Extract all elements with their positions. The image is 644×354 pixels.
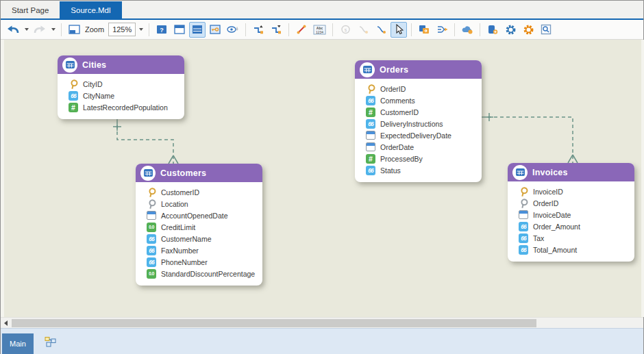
table-compact-view-button[interactable] bbox=[171, 22, 188, 38]
zoom-value-field[interactable]: 125% bbox=[108, 23, 136, 36]
attribute-name: Location bbox=[161, 200, 188, 208]
text-icon bbox=[147, 246, 156, 255]
decimal-icon bbox=[147, 269, 156, 279]
table-compact-icon bbox=[174, 25, 185, 34]
attribute-row[interactable]: OrderID bbox=[366, 83, 479, 94]
attribute-row[interactable]: CustomerName bbox=[147, 233, 260, 244]
entity-card-invoices[interactable]: InvoicesInvoiceIDOrderIDInvoiceDateOrder… bbox=[508, 163, 634, 262]
text-icon bbox=[147, 257, 156, 267]
undo-dropdown[interactable] bbox=[23, 22, 30, 38]
number-icon bbox=[366, 108, 375, 117]
scrollbar-thumb[interactable] bbox=[12, 319, 536, 327]
redo-button[interactable] bbox=[32, 22, 48, 38]
attribute-row[interactable]: Total_Amount bbox=[519, 244, 632, 255]
attribute-row[interactable]: Tax bbox=[519, 232, 632, 244]
attribute-row[interactable]: LatestRecordedPopulation bbox=[69, 101, 182, 113]
svg-text:s: s bbox=[345, 27, 347, 32]
horizontal-scrollbar[interactable] bbox=[1, 317, 643, 328]
attribute-row[interactable]: CityName bbox=[69, 90, 182, 101]
table-details-view-button[interactable]: ? bbox=[153, 22, 170, 38]
attribute-row[interactable]: AccountOpenedDate bbox=[147, 210, 260, 221]
attribute-row[interactable]: ExpectedDeliveryDate bbox=[366, 129, 479, 141]
delete-route-button[interactable] bbox=[293, 22, 310, 38]
attribute-row[interactable]: Status bbox=[366, 164, 479, 176]
cursor-icon bbox=[394, 24, 404, 35]
gear-blue-icon bbox=[505, 24, 517, 36]
entity-card-customers[interactable]: CustomersCustomerIDLocationAccountOpened… bbox=[136, 164, 262, 286]
entity-header[interactable]: Customers bbox=[136, 164, 262, 182]
chevron-down-icon bbox=[139, 28, 143, 31]
attribute-row[interactable]: FaxNumber bbox=[147, 244, 260, 256]
show-keys-button[interactable] bbox=[225, 22, 241, 38]
attribute-row[interactable]: Order_Amount bbox=[519, 220, 632, 232]
undo-button[interactable] bbox=[5, 22, 21, 38]
attribute-row[interactable]: InvoiceID bbox=[519, 186, 632, 197]
attribute-name: ExpectedDeliveryDate bbox=[380, 131, 451, 140]
preview-button[interactable] bbox=[538, 22, 554, 38]
attribute-row[interactable]: ProcessedBy bbox=[366, 153, 479, 164]
tab-start-page[interactable]: Start Page bbox=[1, 1, 60, 18]
attribute-name: CustomerID bbox=[380, 108, 419, 116]
attribute-name: PhoneNumber bbox=[161, 258, 208, 266]
attribute-row[interactable]: CustomerID bbox=[366, 106, 479, 118]
attribute-row[interactable]: PhoneNumber bbox=[147, 256, 260, 268]
relation-elbow-button[interactable] bbox=[373, 22, 389, 38]
tab-source-mdl[interactable]: Source.Mdl bbox=[60, 1, 121, 18]
tab-main-diagram[interactable]: Main bbox=[2, 333, 34, 354]
route-up-button[interactable] bbox=[250, 22, 267, 38]
attribute-row[interactable]: DeliveryInstructions bbox=[366, 118, 479, 129]
pointer-tool-button[interactable] bbox=[391, 22, 407, 38]
cloud-sync-button[interactable] bbox=[459, 22, 475, 38]
add-database-button[interactable] bbox=[484, 22, 501, 38]
attribute-name: Comments bbox=[380, 97, 415, 105]
entity-card-orders[interactable]: OrdersOrderIDCommentsCustomerIDDeliveryI… bbox=[355, 60, 482, 182]
scroll-left-button[interactable] bbox=[1, 318, 11, 328]
attribute-row[interactable]: OrderID bbox=[519, 197, 632, 209]
table-full-view-button[interactable] bbox=[189, 22, 206, 38]
attribute-row[interactable]: OrderDate bbox=[366, 141, 479, 153]
overview-button[interactable] bbox=[66, 22, 82, 38]
attribute-row[interactable]: StandardDiscountPercentage bbox=[147, 268, 260, 279]
entity-title: Customers bbox=[160, 168, 206, 178]
text-icon bbox=[519, 222, 528, 231]
relation-curved-button[interactable] bbox=[355, 22, 371, 38]
text-icon bbox=[147, 234, 156, 244]
separator bbox=[332, 23, 333, 36]
show-datatypes-button[interactable]: Abc1234 bbox=[311, 22, 328, 38]
number-icon bbox=[69, 103, 78, 112]
attribute-row[interactable]: CityID bbox=[69, 78, 182, 90]
new-diagram-button[interactable] bbox=[43, 335, 58, 349]
key-gray-icon bbox=[518, 197, 530, 209]
attribute-row[interactable]: Comments bbox=[366, 94, 479, 106]
generate-button[interactable] bbox=[520, 22, 536, 38]
entity-attributes: CityIDCityNameLatestRecordedPopulation bbox=[58, 74, 184, 119]
attribute-row[interactable]: CustomerID bbox=[147, 186, 260, 198]
attribute-row[interactable]: Location bbox=[147, 198, 260, 210]
auto-layout-button[interactable] bbox=[434, 22, 450, 38]
delete-route-icon bbox=[296, 25, 307, 34]
toolbar: Zoom 125% ? Abc1234 bbox=[1, 20, 643, 40]
route-down-button[interactable] bbox=[268, 22, 284, 38]
entity-card-cities[interactable]: CitiesCityIDCityNameLatestRecordedPopula… bbox=[58, 55, 184, 119]
table-keys-view-button[interactable] bbox=[207, 22, 223, 38]
diagram-canvas[interactable]: CitiesCityIDCityNameLatestRecordedPopula… bbox=[1, 40, 644, 317]
entity-header[interactable]: Cities bbox=[58, 55, 184, 74]
relationship-line-Cities-Customers[interactable] bbox=[117, 119, 173, 164]
attribute-name: Total_Amount bbox=[533, 246, 577, 254]
attribute-row[interactable]: CreditLimit bbox=[147, 221, 260, 233]
attribute-row[interactable]: InvoiceDate bbox=[519, 209, 632, 220]
auto-layout-icon bbox=[436, 25, 448, 34]
text-icon bbox=[69, 91, 78, 101]
entity-header[interactable]: Invoices bbox=[508, 163, 634, 181]
copy-model-button[interactable] bbox=[416, 22, 432, 38]
self-relation-button[interactable]: s bbox=[337, 22, 354, 38]
zoom-dropdown[interactable] bbox=[137, 22, 145, 38]
relationship-line-Orders-Invoices[interactable] bbox=[482, 117, 573, 163]
redo-dropdown[interactable] bbox=[49, 22, 57, 38]
number-icon bbox=[366, 154, 375, 164]
text-icon bbox=[366, 96, 375, 105]
entity-header[interactable]: Orders bbox=[355, 60, 482, 79]
text-icon bbox=[366, 119, 375, 129]
entity-title: Orders bbox=[380, 65, 408, 75]
settings-button[interactable] bbox=[502, 22, 519, 38]
